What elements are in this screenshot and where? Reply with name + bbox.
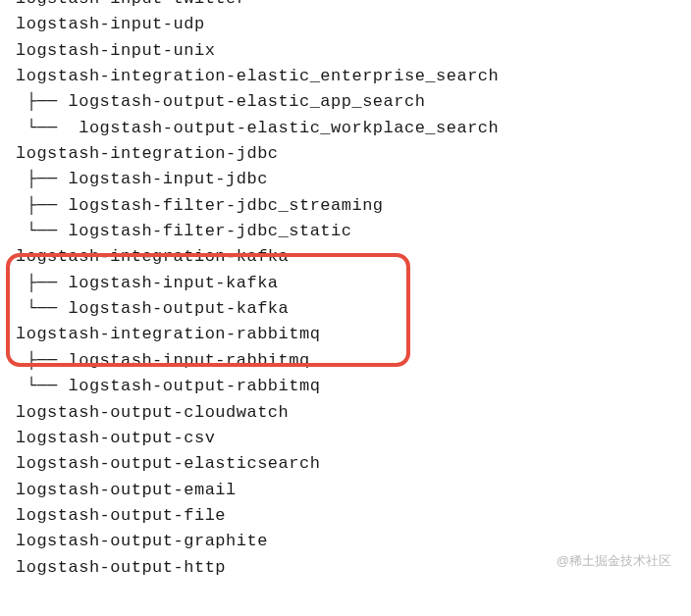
tree-line: └── logstash-output-rabbitmq xyxy=(16,374,675,399)
tree-line: ├── logstash-input-jdbc xyxy=(16,167,675,192)
tree-line: logstash-output-cloudwatch xyxy=(16,400,675,426)
tree-line: ├── logstash-input-kafka xyxy=(16,271,675,296)
tree-line: logstash-output-csv xyxy=(16,426,675,451)
tree-line: logstash-integration-jdbc xyxy=(16,141,675,167)
tree-line: └── logstash-filter-jdbc_static xyxy=(16,219,675,244)
watermark-text: @稀土掘金技术社区 xyxy=(557,551,671,571)
tree-line: logstash-integration-elastic_enterprise_… xyxy=(16,64,675,89)
tree-line: logstash-integration-rabbitmq xyxy=(16,322,675,347)
tree-line: logstash-input-twitter xyxy=(16,0,675,12)
tree-line: logstash-output-email xyxy=(16,478,675,503)
tree-line: ├── logstash-input-rabbitmq xyxy=(16,348,675,374)
tree-line: logstash-input-unix xyxy=(16,38,675,64)
tree-line: └── logstash-output-kafka xyxy=(16,296,675,322)
tree-line: logstash-output-file xyxy=(16,503,675,529)
plugin-tree-listing: logstash-input-twitterlogstash-input-udp… xyxy=(16,0,675,581)
tree-line: logstash-input-udp xyxy=(16,12,675,37)
tree-line: logstash-output-elasticsearch xyxy=(16,451,675,477)
tree-line: ├── logstash-output-elastic_app_search xyxy=(16,89,675,115)
tree-line: logstash-integration-kafka xyxy=(16,244,675,270)
tree-line: ├── logstash-filter-jdbc_streaming xyxy=(16,193,675,219)
tree-line: └── logstash-output-elastic_workplace_se… xyxy=(16,116,675,141)
